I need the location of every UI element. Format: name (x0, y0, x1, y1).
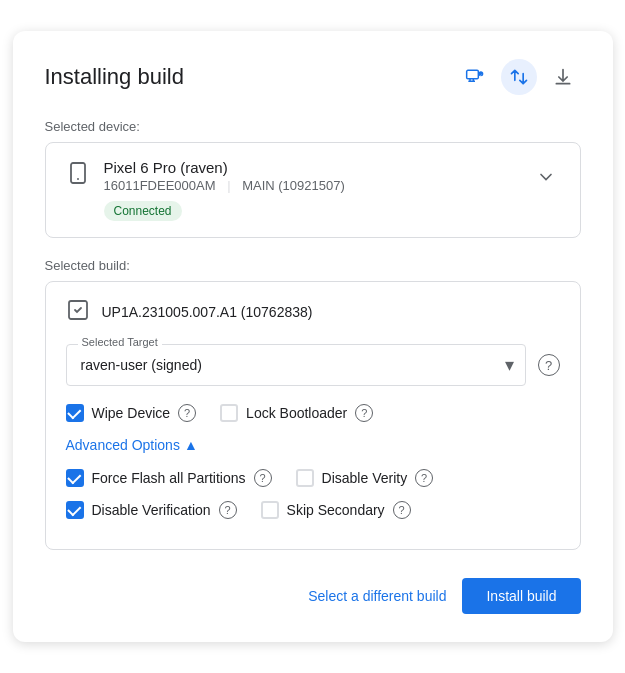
device-name: Pixel 6 Pro (raven) (104, 159, 345, 176)
swap-icon (509, 67, 529, 87)
svg-rect-0 (466, 70, 478, 78)
device-details: Pixel 6 Pro (raven) 16011FDEE000AM | MAI… (104, 159, 345, 221)
primary-options-row: Wipe Device ? Lock Bootloader ? (66, 404, 560, 422)
disable-verification-checkbox[interactable] (66, 501, 84, 519)
advanced-options-label: Advanced Options (66, 437, 180, 453)
skip-secondary-item: Skip Secondary ? (261, 501, 411, 519)
device-info-left: Pixel 6 Pro (raven) 16011FDEE000AM | MAI… (66, 159, 345, 221)
wipe-device-checkbox[interactable] (66, 404, 84, 422)
wipe-device-label: Wipe Device (92, 405, 171, 421)
swap-button[interactable] (501, 59, 537, 95)
disable-verification-label: Disable Verification (92, 502, 211, 518)
main-card: Installing build ✓ (13, 31, 613, 642)
advanced-options-row-2: Disable Verification ? Skip Secondary ? (66, 501, 560, 519)
device-id-row: 16011FDEE000AM | MAIN (10921507) (104, 178, 345, 193)
select-different-build-button[interactable]: Select a different build (308, 588, 446, 604)
wipe-device-help-icon[interactable]: ? (178, 404, 196, 422)
phone-icon (66, 161, 90, 189)
build-box: UP1A.231005.007.A1 (10762838) Selected T… (45, 281, 581, 550)
footer: Select a different build Install build (45, 578, 581, 614)
target-select[interactable]: raven-user (signed) raven-userdebug rave… (66, 344, 526, 386)
build-icon (66, 298, 90, 326)
build-section-label: Selected build: (45, 258, 581, 273)
lock-bootloader-help-icon[interactable]: ? (355, 404, 373, 422)
advanced-options-toggle[interactable]: Advanced Options ▲ (66, 437, 198, 453)
advanced-options-section: Force Flash all Partitions ? Disable Ver… (66, 469, 560, 519)
disable-verity-item: Disable Verity ? (296, 469, 434, 487)
target-row: Selected Target raven-user (signed) rave… (66, 344, 560, 386)
force-flash-label: Force Flash all Partitions (92, 470, 246, 486)
wipe-device-item: Wipe Device ? (66, 404, 197, 422)
force-flash-item: Force Flash all Partitions ? (66, 469, 272, 487)
chevron-down-icon (536, 167, 556, 187)
header-icons: ✓ (457, 59, 581, 95)
skip-secondary-help-icon[interactable]: ? (393, 501, 411, 519)
build-name: UP1A.231005.007.A1 (10762838) (102, 304, 313, 320)
svg-point-4 (77, 178, 79, 180)
disable-verification-item: Disable Verification ? (66, 501, 237, 519)
download-icon (553, 67, 573, 87)
skip-secondary-checkbox[interactable] (261, 501, 279, 519)
target-help-icon[interactable]: ? (538, 354, 560, 376)
device-connection-button[interactable]: ✓ (457, 59, 493, 95)
skip-secondary-label: Skip Secondary (287, 502, 385, 518)
disable-verity-label: Disable Verity (322, 470, 408, 486)
target-select-label: Selected Target (78, 336, 162, 348)
separator: | (227, 178, 234, 193)
lock-bootloader-label: Lock Bootloader (246, 405, 347, 421)
header: Installing build ✓ (45, 59, 581, 95)
download-button[interactable] (545, 59, 581, 95)
device-section-label: Selected device: (45, 119, 581, 134)
disable-verification-help-icon[interactable]: ? (219, 501, 237, 519)
build-header: UP1A.231005.007.A1 (10762838) (66, 298, 560, 326)
lock-bootloader-item: Lock Bootloader ? (220, 404, 373, 422)
advanced-options-row-1: Force Flash all Partitions ? Disable Ver… (66, 469, 560, 487)
install-build-button[interactable]: Install build (462, 578, 580, 614)
device-build: MAIN (10921507) (242, 178, 345, 193)
page-title: Installing build (45, 64, 184, 90)
force-flash-checkbox[interactable] (66, 469, 84, 487)
advanced-chevron-up-icon: ▲ (184, 437, 198, 453)
device-serial: 16011FDEE000AM (104, 178, 216, 193)
device-box: Pixel 6 Pro (raven) 16011FDEE000AM | MAI… (45, 142, 581, 238)
device-info: Pixel 6 Pro (raven) 16011FDEE000AM | MAI… (66, 159, 560, 221)
target-select-wrapper: Selected Target raven-user (signed) rave… (66, 344, 526, 386)
connected-badge: Connected (104, 201, 182, 221)
disable-verity-help-icon[interactable]: ? (415, 469, 433, 487)
device-connection-icon: ✓ (465, 67, 485, 87)
device-expand-button[interactable] (532, 163, 560, 196)
lock-bootloader-checkbox[interactable] (220, 404, 238, 422)
force-flash-help-icon[interactable]: ? (254, 469, 272, 487)
svg-text:✓: ✓ (479, 73, 482, 78)
disable-verity-checkbox[interactable] (296, 469, 314, 487)
